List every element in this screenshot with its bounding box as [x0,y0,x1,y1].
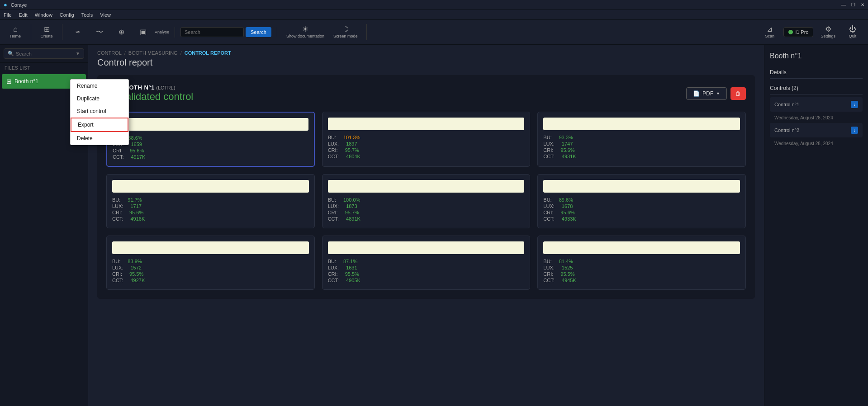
cct-label-9: CCT: [543,278,554,283]
metric-row-bu-3: BU: 93.3% [543,135,740,140]
breadcrumb-control[interactable]: CONTROL [97,50,122,56]
bu-value-6: 89.6% [559,197,573,203]
photo-icon: ▣ [140,28,147,36]
metric-row-cct-5: CCT: 4891K [328,216,525,222]
lux-value-7: 1572 [130,265,141,270]
search-button[interactable]: Search [246,27,271,37]
delete-report-button[interactable]: 🗑 [730,87,746,100]
measurement-card-2[interactable]: BU: 101.3% LUX: 1897 CRI: 95.7% CCT: 480… [322,112,531,167]
measurement-grid: BU: 88.6% LUX: 1659 CRI: 95.6% CCT: 4917… [106,112,746,290]
sidebar-search-input[interactable] [16,51,74,57]
titlebar-left: ● Coraye [4,1,27,8]
metric-row-bu-8: BU: 87.1% [328,259,525,264]
metric-row-cri-2: CRI: 95.7% [328,147,525,153]
close-button[interactable]: ✕ [861,2,864,7]
measurement-card-4[interactable]: BU: 91.7% LUX: 1717 CRI: 95.6% CCT: 4916… [106,174,315,228]
pdf-button[interactable]: 📄 PDF ▼ [686,87,727,100]
metric-row-cct-6: CCT: 4933K [543,216,740,222]
titlebar-controls: — ❐ ✕ [841,2,864,7]
bu-label-9: BU: [543,259,551,264]
minimize-button[interactable]: — [841,2,846,7]
metric-row-lux-1: LUX: 1659 [113,142,308,147]
menu-config[interactable]: Config [60,12,74,18]
measurement-card-1[interactable]: BU: 88.6% LUX: 1659 CRI: 95.6% CCT: 4917… [106,112,315,167]
bu-label-5: BU: [328,197,336,203]
measurement-card-6[interactable]: BU: 89.6% LUX: 1678 CRI: 95.6% CCT: 4933… [537,174,746,228]
context-menu: Rename Duplicate Start control Export De… [70,79,129,145]
metric-row-cct-7: CCT: 4927K [112,278,309,283]
ctx-export[interactable]: Export [71,118,128,132]
sidebar-search-box: 🔍 ▼ [4,48,84,59]
control-item-1[interactable]: Control n°1 ↓ [770,97,863,112]
measurement-card-5[interactable]: BU: 100.0% LUX: 1873 CRI: 95.7% CCT: 489… [322,174,531,228]
cri-value-6: 95.6% [560,210,574,215]
panel-controls-section: Controls (2) Control n°1 ↓ Wednesday, Au… [770,82,863,149]
metric-row-cct-1: CCT: 4917K [113,154,308,160]
controls-label[interactable]: Controls (2) [770,82,863,94]
booth-info: BOOTH N°1 (LCTRL) Validated control [120,84,193,103]
control-item-2[interactable]: Control n°2 ↓ [770,123,863,137]
details-label[interactable]: Details [770,66,863,79]
scan-button[interactable]: ⊿ Scan [760,24,780,40]
menu-edit[interactable]: Edit [19,12,28,18]
metric-row-cri-9: CRI: 95.5% [543,271,740,277]
cct-value-5: 4891K [346,216,360,222]
create-button[interactable]: ⊞ Create [37,24,57,40]
menu-view[interactable]: View [100,12,111,18]
metric-row-cct-3: CCT: 4931K [543,154,740,159]
lux-label-2: LUX: [328,141,339,146]
metric-row-cri-6: CRI: 95.6% [543,210,740,215]
cri-label-3: CRI: [543,147,553,153]
control-1-label: Control n°1 [774,102,799,107]
breadcrumb-sep1: / [124,50,126,56]
show-docs-button[interactable]: ☀ Show documentation [283,24,328,40]
cri-value-3: 95.6% [560,147,574,153]
cct-label-4: CCT: [112,216,123,222]
restore-button[interactable]: ❐ [851,2,855,7]
breadcrumb: CONTROL / BOOTH MEASURING / CONTROL REPO… [97,45,755,57]
lux-label-7: LUX: [112,265,123,270]
cct-value-3: 4931K [562,154,576,159]
spectro-dot [788,30,793,34]
screen-mode-button[interactable]: ☽ Screen mode [330,24,361,40]
ctx-delete[interactable]: Delete [71,132,128,145]
ctx-start-control[interactable]: Start control [71,105,128,118]
light-bar-8 [328,241,525,254]
spectrophotometer-button[interactable]: i1 Pro [783,27,814,37]
cct-value-1: 4917K [131,154,145,160]
layers-button[interactable]: ⊕ [111,27,131,38]
measurement-card-3[interactable]: BU: 93.3% LUX: 1747 CRI: 95.6% CCT: 4931… [537,112,746,167]
main-layout: 🔍 ▼ FILES LIST ⊞ Booth n°1 Rename Duplic… [0,45,868,406]
breadcrumb-booth[interactable]: BOOTH MEASURING [128,50,178,56]
search-input[interactable] [180,27,244,37]
measurement-card-9[interactable]: BU: 81.4% LUX: 1525 CRI: 95.5% CCT: 4945… [537,236,746,290]
metric-row-cct-8: CCT: 4905K [328,278,525,283]
search-dropdown-icon[interactable]: ▼ [76,51,80,56]
light-bar-7 [112,241,309,254]
menu-file[interactable]: File [4,12,12,18]
home-icon: ⌂ [13,26,18,33]
ctx-rename[interactable]: Rename [71,80,128,92]
ctx-duplicate[interactable]: Duplicate [71,92,128,105]
measurement-card-7[interactable]: BU: 83.9% LUX: 1572 CRI: 95.5% CCT: 4927… [106,236,315,290]
quit-button[interactable]: ⏻ Quit [843,24,863,40]
light-bar-2 [328,118,525,130]
measurement-card-8[interactable]: BU: 87.1% LUX: 1631 CRI: 95.5% CCT: 4905… [322,236,531,290]
home-button[interactable]: ⌂ Home [5,24,25,40]
cri-value-8: 95.5% [345,271,359,277]
metric-row-bu-6: BU: 89.6% [543,197,740,203]
lux-label-8: LUX: [328,265,339,270]
lux-label-3: LUX: [543,141,554,146]
sidebar-search-area: 🔍 ▼ [0,45,88,63]
analyse-label-btn[interactable]: 〜 [90,27,109,38]
photo-button[interactable]: ▣ [133,27,153,38]
metric-row-cri-3: CRI: 95.6% [543,147,740,153]
analyse-button[interactable]: ≈ [68,27,88,38]
metric-row-cri-1: CRI: 95.6% [113,148,308,153]
sidebar-item-label: Booth n°1 [14,78,38,85]
menu-tools[interactable]: Tools [81,12,93,18]
control-2-date: Wednesday, August 28, 2024 [770,140,863,149]
settings-button[interactable]: ⚙ Settings [817,24,839,40]
menu-window[interactable]: Window [35,12,52,18]
cct-value-7: 4927K [130,278,145,283]
